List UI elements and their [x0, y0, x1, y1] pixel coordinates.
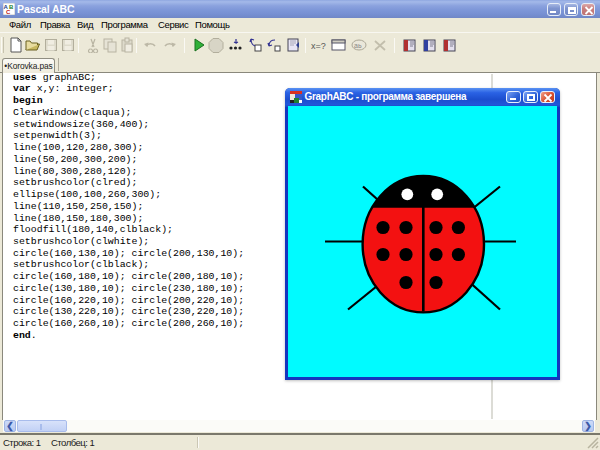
svg-text:aь: aь [354, 42, 362, 49]
svg-text:x=?: x=? [311, 41, 326, 51]
svg-text:C: C [6, 9, 11, 15]
